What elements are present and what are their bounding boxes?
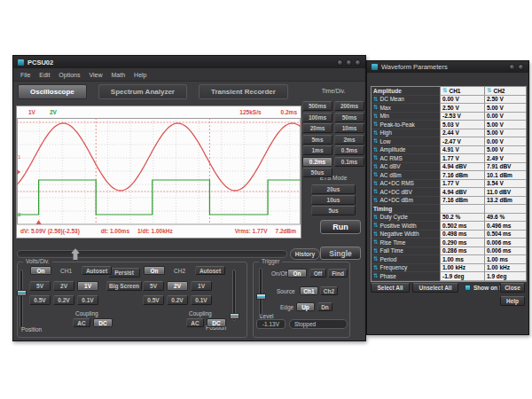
menu-math[interactable]: Math [112, 72, 126, 78]
select-all-button[interactable]: Select All [371, 283, 410, 293]
timediv-10ms-button[interactable]: 10ms [334, 123, 364, 133]
ch2-0-1v-button[interactable]: 0.1V [191, 295, 212, 305]
menu-help[interactable]: Help [134, 72, 146, 78]
timediv-2ms-button[interactable]: 2ms [334, 135, 364, 145]
horizontal-scrollbar[interactable] [17, 250, 287, 258]
param-name-positive-width[interactable]: ⇅Positive Width [372, 222, 440, 231]
param-name-ac-dbm[interactable]: ⇅AC dBm [372, 171, 440, 180]
ch2-autoset-button[interactable]: Autoset [195, 266, 225, 275]
ch1-0-5v-button[interactable]: 0.5V [29, 295, 51, 305]
trigger-off-button[interactable]: Off [309, 269, 326, 278]
timediv-1ms-button[interactable]: 1ms [302, 145, 332, 155]
minimize-button[interactable] [337, 59, 343, 66]
timediv-500ms-button[interactable]: 500ms [302, 101, 332, 111]
timediv-0-2ms-button[interactable]: 0.2ms [302, 157, 332, 167]
ets-10us-button[interactable]: 10us [311, 195, 356, 205]
ch1-1v-button[interactable]: 1V [77, 281, 98, 291]
tab-oscilloscope[interactable]: Oscilloscope [18, 84, 87, 99]
close-button[interactable] [355, 59, 361, 66]
trigger-on-button[interactable]: On [287, 269, 307, 278]
param-name-period[interactable]: ⇅Period [372, 255, 440, 264]
scrollbar-thumb[interactable] [71, 248, 80, 261]
param-name-min[interactable]: ⇅Min [372, 113, 440, 121]
ch1-5v-button[interactable]: 5V [29, 281, 51, 291]
param-toggle-icon: ⇅ [373, 181, 378, 187]
ch2-coupling-dc-button[interactable]: DC [207, 318, 226, 327]
trigger-level-value[interactable]: -1.13V [256, 319, 286, 329]
cell-text: 0.286 ms [442, 247, 466, 254]
ets-20us-button[interactable]: 20us [311, 184, 356, 194]
ch2-5v-button[interactable]: 5V [143, 281, 164, 291]
param-name-duty-cycle[interactable]: ⇅Duty Cycle [372, 214, 440, 223]
param-name-negative-width[interactable]: ⇅Negative Width [372, 231, 440, 239]
menu-edit[interactable]: Edit [39, 72, 50, 78]
run-button[interactable]: Run [320, 220, 361, 234]
tab-transient-recorder[interactable]: Transient Recorder [199, 84, 288, 99]
ch2-position-slider[interactable] [232, 270, 236, 321]
ets-5us-button[interactable]: 5us [311, 206, 356, 215]
menu-file[interactable]: File [20, 72, 30, 78]
param-name-peak-to-peak[interactable]: ⇅Peak-to-Peak [372, 121, 440, 129]
trigger-up-button[interactable]: Up [296, 302, 315, 311]
params-close-button[interactable] [518, 64, 524, 70]
ch1-position-slider-thumb[interactable] [17, 290, 27, 296]
ch2-1v-button[interactable]: 1V [191, 281, 212, 291]
timediv-20ms-button[interactable]: 20ms [302, 123, 332, 133]
cell-text: 5.03 V [442, 121, 459, 128]
trigger-find-button[interactable]: Find [328, 269, 348, 278]
param-ac-dbm-ch2-value: 10.1 dBm [484, 171, 526, 180]
ch1-coupling-dc-button[interactable]: DC [93, 318, 113, 327]
trigger-level-slider[interactable] [259, 268, 262, 317]
param-name-ac-dc-rms[interactable]: ⇅AC+DC RMS [372, 180, 440, 189]
close-params-button[interactable]: Close [500, 283, 525, 293]
param-name-ac-dbv[interactable]: ⇅AC dBV [372, 163, 440, 172]
ch2-0-2v-button[interactable]: 0.2V [167, 295, 188, 305]
ch1-2v-button[interactable]: 2V [53, 281, 74, 291]
timediv-0-5ms-button[interactable]: 0.5ms [334, 145, 364, 155]
timediv-0-1ms-button[interactable]: 0.1ms [334, 157, 364, 167]
menu-options[interactable]: Options [59, 72, 80, 78]
ch1-autoset-button[interactable]: Autoset [82, 266, 112, 275]
ch1-0-2v-button[interactable]: 0.2V [53, 295, 74, 305]
timediv-50us-button[interactable]: 50us [302, 168, 332, 177]
trigger-dn-button[interactable]: Dn [317, 302, 332, 311]
params-minimize-button[interactable] [509, 64, 515, 70]
show-on-screen-checkbox[interactable] [465, 285, 471, 291]
param-name-high[interactable]: ⇅High [372, 129, 440, 138]
ch2-coupling-ac-button[interactable]: AC [186, 318, 204, 327]
maximize-button[interactable] [346, 59, 352, 66]
param-name-max[interactable]: ⇅Max [372, 104, 440, 113]
timediv-200ms-button[interactable]: 200ms [334, 101, 364, 111]
ch2-position-slider-thumb[interactable] [230, 313, 239, 319]
timediv-50ms-button[interactable]: 50ms [334, 113, 364, 122]
param-toggle-icon: ⇅ [373, 223, 378, 229]
param-name-ac-dc-dbm[interactable]: ⇅AC+DC dBm [372, 197, 440, 206]
timediv-5ms-button[interactable]: 5ms [302, 135, 332, 145]
tab-spectrum-analyzer[interactable]: Spectrum Analyzer [98, 84, 187, 99]
param-name-amplitude[interactable]: ⇅Amplitude [372, 146, 440, 155]
param-name-frequency[interactable]: ⇅Frequency [372, 264, 440, 273]
ch1-coupling-ac-button[interactable]: AC [73, 318, 90, 327]
timediv-100ms-button[interactable]: 100ms [302, 113, 332, 122]
trigger-ch1-button[interactable]: Ch1 [300, 286, 318, 295]
single-button[interactable]: Single [320, 246, 361, 260]
unselect-all-button[interactable]: Unselect All [412, 283, 458, 293]
trigger-ch2-button[interactable]: Ch2 [320, 286, 338, 295]
param-name-phase[interactable]: ⇅Phase [372, 272, 440, 281]
menu-view[interactable]: View [89, 72, 102, 78]
ch2-2v-button[interactable]: 2V [167, 281, 188, 291]
param-name-ac-rms[interactable]: ⇅AC RMS [372, 154, 440, 163]
ch1-position-slider[interactable] [20, 270, 23, 328]
help-button[interactable]: Help [500, 296, 525, 306]
ch2-0-5v-button[interactable]: 0.5V [143, 295, 164, 305]
ch1-0-1v-button[interactable]: 0.1V [77, 295, 98, 305]
param-name-fall-time[interactable]: ⇅Fall Time [372, 247, 440, 256]
trigger-level-slider-thumb[interactable] [256, 293, 266, 300]
param-name-rise-time[interactable]: ⇅Rise Time [372, 239, 440, 247]
param-name-ac-dc-dbv[interactable]: ⇅AC+DC dBV [372, 188, 440, 197]
param-ac-dbv-ch2-value: 7.91 dBV [484, 163, 526, 172]
ch2-on-button[interactable]: On [144, 266, 165, 275]
ch1-on-button[interactable]: On [30, 266, 51, 275]
param-name-dc-mean[interactable]: ⇅DC Mean [372, 96, 440, 105]
param-name-low[interactable]: ⇅Low [372, 137, 440, 146]
